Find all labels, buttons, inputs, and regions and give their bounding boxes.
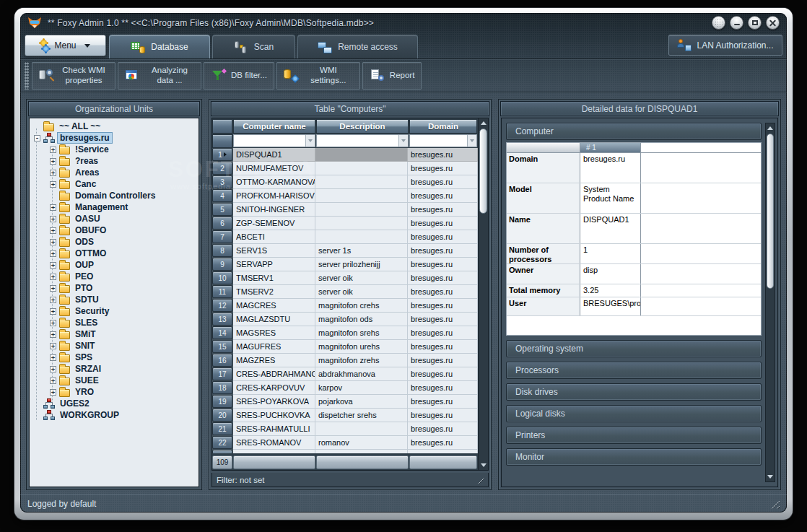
tree-item-obufo[interactable]: +OBUFO [31, 224, 197, 236]
cell-description[interactable]: magnitofon ods [315, 313, 408, 326]
row-number-cell[interactable]: 7 [212, 230, 232, 243]
cell-description[interactable]: magnitofon crehs [315, 299, 408, 313]
row-number-cell[interactable]: 22 [212, 436, 232, 449]
filter-dropdown-icon[interactable] [305, 135, 315, 147]
row-number-cell[interactable]: 19 [212, 395, 232, 408]
cell-computer-name[interactable]: NURMUFAMETOV [233, 162, 315, 175]
tree-item-srzai[interactable]: +SRZAI [31, 363, 197, 375]
tree-item-ottmo[interactable]: +OTTMO [31, 248, 197, 259]
cell-description[interactable] [315, 422, 408, 436]
title-bar[interactable]: ** Foxy Admin 1.0 ** <<C:\Program Files … [20, 13, 787, 32]
tree-item-sles[interactable]: +SLES [31, 317, 197, 328]
cell-computer-name[interactable]: PROFKOM-HARISOV [233, 189, 315, 203]
cell-description[interactable]: abdrakhmanova [315, 367, 408, 381]
scroll-down-icon[interactable] [766, 472, 775, 481]
expand-icon[interactable]: + [50, 320, 56, 326]
cell-description[interactable] [315, 175, 408, 189]
cell-domain[interactable]: bresuges.ru [408, 148, 478, 162]
expand-icon[interactable]: + [50, 239, 56, 245]
close-button[interactable] [766, 16, 780, 30]
cell-domain[interactable]: bresuges.ru [408, 422, 478, 436]
toolbar-grip[interactable] [25, 62, 29, 90]
check-wmi-properties-button[interactable]: Check WMI properties [32, 62, 115, 90]
table-row[interactable]: 2NURMUFAMETOVbresuges.ru [212, 162, 478, 175]
minimize-button[interactable] [730, 16, 743, 30]
cell-domain[interactable]: bresuges.ru [408, 230, 478, 244]
expand-icon[interactable]: + [50, 204, 56, 211]
row-number-cell[interactable]: 11 [212, 285, 232, 298]
tree-item-workgroup[interactable]: WORKGROUP [31, 409, 197, 421]
row-number-cell[interactable]: 10 [212, 271, 232, 284]
maximize-button[interactable] [748, 16, 762, 30]
cell-computer-name[interactable]: ABCETI [233, 230, 315, 244]
cell-computer-name[interactable]: CRES-KARPOVUV [233, 381, 315, 395]
cell-domain[interactable]: bresuges.ru [408, 189, 478, 203]
cell-computer-name[interactable]: ZGP-SEMENOV [233, 217, 315, 230]
tree-item-reas[interactable]: +?reas [31, 155, 197, 167]
table-row[interactable]: 5SNITOH-INGENERbresuges.ru [212, 203, 478, 217]
section-printers[interactable]: Printers [506, 427, 762, 444]
cell-domain[interactable]: bresuges.ru [408, 175, 478, 189]
cell-computer-name[interactable]: SRES-ROMANOV [233, 436, 315, 450]
column-header-computer-name[interactable]: Computer name [233, 119, 315, 134]
tree-item-ods[interactable]: +ODS [31, 236, 197, 248]
cell-computer-name[interactable]: CRES-ABDRAHMANO [233, 367, 315, 381]
row-number-cell[interactable]: 6 [212, 217, 232, 230]
expand-icon[interactable]: + [50, 389, 56, 396]
cell-computer-name[interactable]: TMSERV2 [233, 285, 315, 299]
scrollbar-thumb[interactable] [479, 128, 487, 214]
cell-description[interactable]: server prilozhenijj [315, 258, 408, 271]
db-filter-button[interactable]: DB filter... [204, 62, 274, 90]
cell-description[interactable] [315, 189, 408, 203]
row-number-cell[interactable]: 4 [212, 189, 232, 202]
expand-icon[interactable]: + [50, 216, 56, 222]
table-row[interactable]: 4PROFKOM-HARISOVbresuges.ru [212, 189, 478, 203]
property-row-user[interactable]: UserBRESUGES\pros [507, 297, 761, 316]
panel-resize-grip[interactable] [476, 476, 484, 484]
scroll-down-icon[interactable] [479, 461, 488, 470]
scrollbar-thumb[interactable] [767, 134, 774, 289]
expand-icon[interactable]: + [50, 308, 56, 315]
wmi-settings-button[interactable]: WMI settings... [276, 62, 360, 90]
section-processors[interactable]: Processors [506, 362, 762, 379]
column-header-domain[interactable]: Domain [409, 119, 477, 134]
instance-column-header[interactable]: # 1 [580, 143, 641, 152]
table-scrollbar[interactable] [478, 118, 488, 470]
cell-domain[interactable]: bresuges.ru [408, 162, 478, 175]
property-row-domain[interactable]: Domainbresuges.ru [507, 153, 761, 183]
section-logical-disks[interactable]: Logical disks [506, 405, 762, 422]
tree-item-smit[interactable]: +SMiT [31, 328, 197, 340]
expand-icon[interactable]: + [50, 170, 56, 176]
report-button[interactable]: Report [362, 62, 422, 90]
cell-description[interactable]: magnitofon urehs [315, 340, 408, 354]
property-row-owner[interactable]: Ownerdisp [507, 264, 761, 284]
expand-icon[interactable]: + [50, 227, 56, 234]
table-row[interactable]: 16MAGZRESmagnitofon zrehsbresuges.ru [212, 354, 478, 367]
filter-dropdown-icon[interactable] [467, 135, 476, 147]
cell-description[interactable] [315, 148, 408, 162]
cell-domain[interactable]: bresuges.ru [408, 326, 478, 340]
cell-computer-name[interactable]: DISPQUAD1 [233, 148, 315, 162]
cell-description[interactable] [315, 203, 408, 217]
row-number-cell[interactable]: 1 [212, 148, 232, 161]
tab-remote-access[interactable]: Remote access [297, 35, 418, 58]
cell-computer-name[interactable]: SRES-PUCHKOVKA [233, 409, 315, 422]
cell-domain[interactable]: bresuges.ru [408, 203, 478, 217]
expand-icon[interactable]: + [50, 250, 56, 257]
cell-domain[interactable]: bresuges.ru [408, 340, 478, 354]
cell-description[interactable]: pojarkova [315, 395, 408, 409]
row-number-cell[interactable]: 5 [212, 203, 232, 216]
cell-computer-name[interactable]: MAGZRES [233, 354, 315, 367]
property-row-model[interactable]: ModelSystem Product Name [507, 183, 761, 214]
row-number-cell[interactable]: 18 [212, 381, 232, 394]
expand-icon[interactable]: + [50, 354, 56, 361]
table-row[interactable]: 7ABCETIbresuges.ru [212, 230, 478, 244]
table-row[interactable]: 10TMSERV1server oikbresuges.ru [212, 271, 478, 285]
property-row-name[interactable]: NameDISPQUAD1 [507, 214, 761, 244]
tree-item-uges2[interactable]: UGES2 [31, 398, 197, 409]
table-row[interactable]: 9SERVAPPserver prilozhenijjbresuges.ru [212, 258, 478, 271]
table-row[interactable]: 3OTTMO-KARMANOVAbresuges.ru [212, 175, 478, 189]
tab-database[interactable]: Database [109, 35, 210, 58]
tree-item-snit[interactable]: +SNIT [31, 340, 197, 352]
cell-domain[interactable]: bresuges.ru [408, 436, 478, 450]
